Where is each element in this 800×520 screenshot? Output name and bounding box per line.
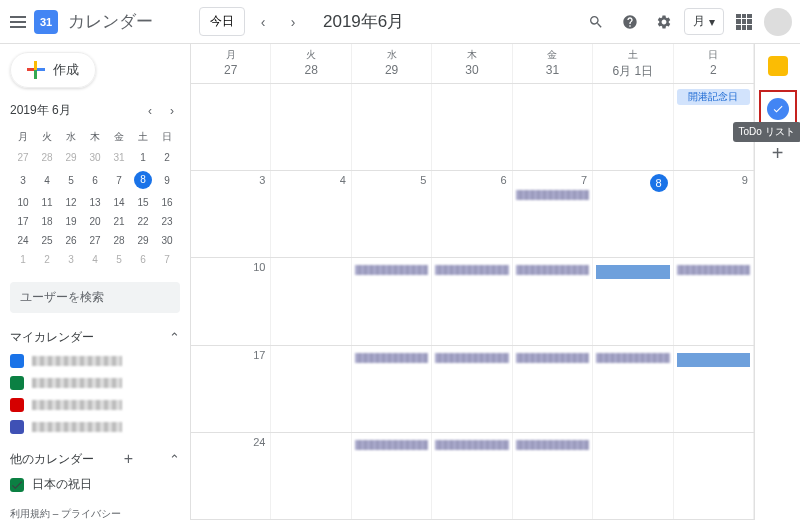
mini-day[interactable]: 31 bbox=[108, 149, 130, 166]
mini-day[interactable]: 4 bbox=[84, 251, 106, 268]
view-selector[interactable]: 月▾ bbox=[684, 8, 724, 35]
mini-day[interactable]: 23 bbox=[156, 213, 178, 230]
day-cell[interactable]: 9 bbox=[674, 171, 754, 257]
keep-icon[interactable] bbox=[768, 56, 788, 76]
footer-links[interactable]: 利用規約 – プライバシー bbox=[10, 507, 180, 520]
mini-day[interactable]: 15 bbox=[132, 194, 154, 211]
mini-day[interactable]: 24 bbox=[12, 232, 34, 249]
mini-day[interactable]: 6 bbox=[84, 168, 106, 192]
today-button[interactable]: 今日 bbox=[199, 7, 245, 36]
day-cell[interactable] bbox=[352, 258, 432, 344]
day-cell[interactable] bbox=[593, 346, 673, 432]
day-cell[interactable] bbox=[593, 433, 673, 519]
mini-day[interactable]: 30 bbox=[84, 149, 106, 166]
event-blurred[interactable] bbox=[516, 265, 589, 275]
day-cell[interactable] bbox=[674, 433, 754, 519]
day-cell[interactable] bbox=[513, 258, 593, 344]
mini-day[interactable]: 12 bbox=[60, 194, 82, 211]
mini-day[interactable]: 26 bbox=[60, 232, 82, 249]
day-cell[interactable]: 7 bbox=[513, 171, 593, 257]
add-calendar-icon[interactable]: + bbox=[124, 450, 133, 468]
day-cell[interactable]: 8 bbox=[593, 171, 673, 257]
calendar-item[interactable] bbox=[10, 420, 180, 434]
calendar-item-holidays[interactable]: 日本の祝日 bbox=[10, 476, 180, 493]
other-calendars-header[interactable]: 他のカレンダー + ⌃ bbox=[10, 450, 180, 468]
day-cell[interactable] bbox=[352, 433, 432, 519]
mini-day[interactable]: 6 bbox=[132, 251, 154, 268]
mini-day[interactable]: 1 bbox=[12, 251, 34, 268]
event-blurred[interactable] bbox=[677, 265, 750, 275]
help-icon[interactable] bbox=[616, 8, 644, 36]
day-cell[interactable] bbox=[513, 84, 593, 170]
event-bar[interactable] bbox=[677, 353, 750, 367]
day-cell[interactable] bbox=[674, 346, 754, 432]
day-cell[interactable] bbox=[191, 84, 271, 170]
user-search-input[interactable]: ユーザーを検索 bbox=[10, 282, 180, 313]
day-cell[interactable] bbox=[271, 346, 351, 432]
hamburger-menu-icon[interactable] bbox=[8, 12, 28, 32]
day-cell[interactable]: 3 bbox=[191, 171, 271, 257]
event-blurred[interactable] bbox=[435, 353, 508, 363]
calendar-item[interactable] bbox=[10, 376, 180, 390]
day-cell[interactable] bbox=[271, 258, 351, 344]
mini-day[interactable]: 5 bbox=[60, 168, 82, 192]
checkbox-icon[interactable] bbox=[10, 420, 24, 434]
checkbox-icon[interactable] bbox=[10, 354, 24, 368]
next-month-icon[interactable]: › bbox=[281, 10, 305, 34]
mini-day[interactable]: 10 bbox=[12, 194, 34, 211]
day-cell[interactable] bbox=[432, 258, 512, 344]
day-cell[interactable]: 5 bbox=[352, 171, 432, 257]
checkbox-icon[interactable] bbox=[10, 376, 24, 390]
mini-next-icon[interactable]: › bbox=[164, 104, 180, 118]
mini-day[interactable]: 16 bbox=[156, 194, 178, 211]
event-blurred[interactable] bbox=[355, 265, 428, 275]
day-cell[interactable]: 10 bbox=[191, 258, 271, 344]
event-blurred[interactable] bbox=[435, 440, 508, 450]
mini-day[interactable]: 27 bbox=[12, 149, 34, 166]
calendar-item[interactable] bbox=[10, 398, 180, 412]
create-button[interactable]: 作成 bbox=[10, 52, 96, 88]
event-blurred[interactable] bbox=[355, 353, 428, 363]
day-cell[interactable] bbox=[432, 346, 512, 432]
day-cell[interactable] bbox=[432, 84, 512, 170]
event-chip[interactable]: 開港記念日 bbox=[677, 89, 750, 105]
mini-day[interactable]: 20 bbox=[84, 213, 106, 230]
mini-day[interactable]: 8 bbox=[132, 168, 154, 192]
my-calendars-header[interactable]: マイカレンダー ⌃ bbox=[10, 329, 180, 346]
day-cell[interactable] bbox=[593, 258, 673, 344]
mini-day[interactable]: 29 bbox=[60, 149, 82, 166]
mini-prev-icon[interactable]: ‹ bbox=[142, 104, 158, 118]
event-bar[interactable] bbox=[596, 265, 669, 279]
day-cell[interactable] bbox=[674, 258, 754, 344]
mini-day[interactable]: 4 bbox=[36, 168, 58, 192]
mini-day[interactable]: 9 bbox=[156, 168, 178, 192]
event-blurred[interactable] bbox=[516, 440, 589, 450]
search-icon[interactable] bbox=[582, 8, 610, 36]
prev-month-icon[interactable]: ‹ bbox=[251, 10, 275, 34]
tasks-icon[interactable] bbox=[767, 98, 789, 120]
mini-day[interactable]: 7 bbox=[156, 251, 178, 268]
user-avatar[interactable] bbox=[764, 8, 792, 36]
event-blurred[interactable] bbox=[596, 353, 669, 363]
day-cell[interactable] bbox=[352, 84, 432, 170]
google-apps-icon[interactable] bbox=[730, 8, 758, 36]
event-blurred[interactable] bbox=[355, 440, 428, 450]
mini-day[interactable]: 18 bbox=[36, 213, 58, 230]
day-cell[interactable]: 24 bbox=[191, 433, 271, 519]
mini-day[interactable]: 1 bbox=[132, 149, 154, 166]
mini-day[interactable]: 17 bbox=[12, 213, 34, 230]
mini-day[interactable]: 3 bbox=[12, 168, 34, 192]
checkbox-icon[interactable] bbox=[10, 398, 24, 412]
day-cell[interactable] bbox=[432, 433, 512, 519]
mini-day[interactable]: 19 bbox=[60, 213, 82, 230]
event-blurred[interactable] bbox=[435, 265, 508, 275]
calendar-item[interactable] bbox=[10, 354, 180, 368]
mini-day[interactable]: 29 bbox=[132, 232, 154, 249]
day-cell[interactable] bbox=[513, 346, 593, 432]
day-cell[interactable] bbox=[593, 84, 673, 170]
mini-day[interactable]: 27 bbox=[84, 232, 106, 249]
mini-day[interactable]: 13 bbox=[84, 194, 106, 211]
mini-day[interactable]: 22 bbox=[132, 213, 154, 230]
mini-day[interactable]: 28 bbox=[108, 232, 130, 249]
day-cell[interactable] bbox=[513, 433, 593, 519]
